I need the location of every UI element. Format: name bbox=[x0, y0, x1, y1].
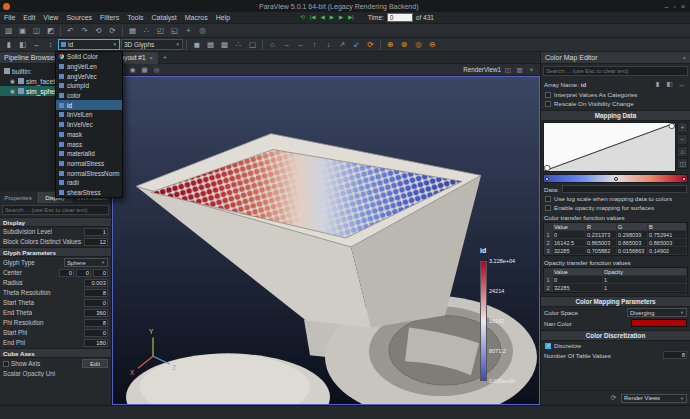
points-representation-icon[interactable]: ∴ bbox=[232, 39, 245, 51]
menu-file[interactable]: File bbox=[0, 14, 19, 21]
center-x-field[interactable]: 0 bbox=[59, 269, 74, 277]
surface-representation-icon[interactable]: ◼ bbox=[190, 39, 203, 51]
show-axis-checkbox[interactable] bbox=[3, 361, 9, 367]
show-orientation-axes-icon[interactable]: ⊕ bbox=[384, 39, 397, 51]
menu-filters[interactable]: Filters bbox=[96, 14, 123, 21]
interact-icon[interactable]: + bbox=[182, 25, 195, 37]
next-frame-icon[interactable]: ▶ bbox=[337, 12, 345, 23]
previous-frame-icon[interactable]: ◀ bbox=[318, 12, 326, 23]
zoom-out-icon[interactable]: − bbox=[677, 134, 688, 145]
column-header[interactable]: Value bbox=[553, 223, 586, 231]
nan-color-swatch[interactable] bbox=[631, 319, 687, 327]
gradient-control-point[interactable] bbox=[545, 177, 549, 181]
end-phi-field[interactable]: 180 bbox=[84, 339, 108, 347]
open-file-icon[interactable]: ▨ bbox=[2, 25, 15, 37]
glyph-parameters-header[interactable]: Glyph Parameters bbox=[0, 247, 111, 257]
play-icon[interactable]: ▶ bbox=[328, 12, 336, 23]
color-mapping-parameters-header[interactable]: Color Mapping Parameters bbox=[541, 296, 690, 307]
menu-catalyst[interactable]: Catalyst bbox=[147, 14, 180, 21]
color-map-search-input[interactable] bbox=[543, 66, 688, 76]
log-scale-checkbox[interactable] bbox=[545, 196, 551, 202]
select-mode-icon[interactable]: ▦ bbox=[139, 65, 150, 75]
render-views-select[interactable]: Render Views▼ bbox=[621, 394, 687, 403]
edit-scalar-bar-icon[interactable]: ◧ bbox=[664, 79, 675, 89]
dropdown-option[interactable]: linVelLen bbox=[56, 110, 122, 120]
loop-icon[interactable]: ⟲ bbox=[298, 12, 307, 23]
outline-representation-icon[interactable]: ▢ bbox=[246, 39, 259, 51]
pick-center-icon[interactable]: ◎ bbox=[412, 39, 425, 51]
dropdown-option[interactable]: mass bbox=[56, 139, 122, 149]
render-viewport[interactable]: Y X Z id 3.228e+04 24214 16142 8071.2 bbox=[112, 76, 540, 405]
color-discretization-header[interactable]: Color Discretization bbox=[541, 330, 690, 341]
column-header[interactable]: B bbox=[648, 223, 687, 231]
split-horizontal-icon[interactable]: ◫ bbox=[502, 65, 513, 75]
end-theta-field[interactable]: 360 bbox=[84, 309, 108, 317]
dropdown-option[interactable]: linVelVec bbox=[56, 120, 122, 130]
menu-help[interactable]: Help bbox=[212, 14, 234, 21]
table-row[interactable]: 2 32285 1 bbox=[544, 284, 687, 292]
dropdown-option[interactable]: shearStress bbox=[56, 188, 122, 198]
menu-view[interactable]: View bbox=[39, 14, 62, 21]
rescale-range-icon[interactable]: ↔ bbox=[676, 79, 687, 89]
eye-icon[interactable]: ◉ bbox=[9, 88, 16, 94]
dropdown-option-selected[interactable]: id bbox=[56, 100, 122, 110]
close-icon[interactable]: × bbox=[682, 55, 686, 61]
toggle-color-legend-icon[interactable]: ▮ bbox=[2, 39, 15, 51]
interpret-categories-checkbox[interactable] bbox=[545, 92, 551, 98]
dropdown-option[interactable]: Solid Color bbox=[56, 52, 122, 62]
transfer-function-plot[interactable] bbox=[543, 122, 676, 172]
opacity-mapping-checkbox[interactable] bbox=[545, 205, 551, 211]
dropdown-option[interactable]: normalStressNorm bbox=[56, 168, 122, 178]
dropdown-option[interactable]: mask bbox=[56, 130, 122, 140]
data-value-field[interactable] bbox=[562, 185, 687, 193]
gradient-control-point[interactable] bbox=[614, 177, 618, 181]
menu-tools[interactable]: Tools bbox=[123, 14, 147, 21]
reset-center-icon[interactable]: ⊖ bbox=[426, 39, 439, 51]
last-frame-icon[interactable]: ▶| bbox=[346, 12, 356, 23]
glyph-type-select[interactable]: Sphere▼ bbox=[64, 258, 108, 267]
phi-resolution-field[interactable]: 8 bbox=[84, 319, 108, 327]
menu-edit[interactable]: Edit bbox=[19, 14, 39, 21]
zoom-in-icon[interactable]: + bbox=[677, 122, 688, 133]
toggle-log-plot-icon[interactable]: ◫ bbox=[677, 158, 688, 169]
color-array-select[interactable]: id ▼ bbox=[58, 39, 120, 50]
time-input[interactable] bbox=[387, 13, 413, 22]
mapping-data-header[interactable]: Mapping Data bbox=[541, 110, 690, 121]
close-view-icon[interactable]: × bbox=[526, 65, 537, 75]
view-plus-x-icon[interactable]: → bbox=[280, 39, 293, 51]
edit-color-map-icon[interactable]: ◧ bbox=[16, 39, 29, 51]
tab-properties[interactable]: Properties bbox=[0, 192, 37, 203]
select-cells-through-icon[interactable]: ◰ bbox=[154, 25, 167, 37]
rescale-to-custom-range-icon[interactable]: ↕ bbox=[44, 39, 57, 51]
dropdown-option[interactable]: normalStress bbox=[56, 159, 122, 169]
column-header[interactable]: R bbox=[586, 223, 617, 231]
color-legend[interactable]: id 3.228e+04 24214 16142 8071.2 0.000e+0… bbox=[480, 247, 525, 381]
color-space-select[interactable]: Diverging▼ bbox=[627, 308, 687, 317]
color-gradient-editor[interactable] bbox=[543, 174, 688, 183]
camera-settings-icon[interactable]: ◉ bbox=[127, 65, 138, 75]
dropdown-option[interactable]: radii bbox=[56, 178, 122, 188]
start-phi-field[interactable]: 0 bbox=[84, 329, 108, 337]
theta-resolution-field[interactable]: 8 bbox=[84, 289, 108, 297]
screenshot-icon[interactable]: ◫ bbox=[30, 25, 43, 37]
redo-icon[interactable]: ↷ bbox=[78, 25, 91, 37]
edit-cube-axes-button[interactable]: Edit bbox=[82, 359, 108, 368]
save-state-icon[interactable]: ▣ bbox=[16, 25, 29, 37]
center-z-field[interactable]: 0 bbox=[93, 269, 108, 277]
camera-undo-icon[interactable]: ⟲ bbox=[92, 25, 105, 37]
close-tab-icon[interactable]: × bbox=[150, 55, 153, 61]
table-row[interactable]: 1 0 0.231373 0.298039 0.752941 bbox=[544, 231, 687, 239]
surface-edges-representation-icon[interactable]: ▩ bbox=[218, 39, 231, 51]
camera-redo-icon[interactable]: ⟳ bbox=[106, 25, 119, 37]
close-icon[interactable]: × bbox=[681, 3, 685, 10]
block-colors-field[interactable]: 12 bbox=[84, 238, 108, 246]
dropdown-option[interactable]: clumpId bbox=[56, 81, 122, 91]
display-section-header[interactable]: Display bbox=[0, 217, 111, 227]
radius-field[interactable]: 0.003 bbox=[84, 279, 108, 287]
view-minus-x-icon[interactable]: ← bbox=[294, 39, 307, 51]
properties-search-input[interactable] bbox=[2, 205, 109, 215]
start-theta-field[interactable]: 0 bbox=[84, 299, 108, 307]
rescale-to-data-range-icon[interactable]: ↔ bbox=[30, 39, 43, 51]
table-row[interactable]: 1 0 1 bbox=[544, 276, 687, 284]
select-points-through-icon[interactable]: ◱ bbox=[168, 25, 181, 37]
